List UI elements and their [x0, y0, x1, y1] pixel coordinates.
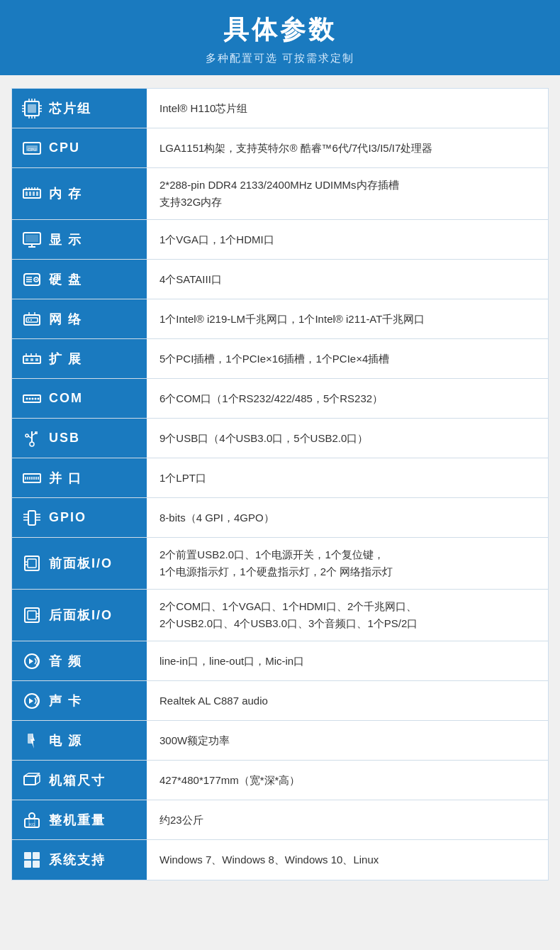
svg-rect-58 — [35, 431, 38, 434]
svg-rect-30 — [26, 235, 38, 242]
spec-row-com: COM6个COM口（1个RS232/422/485，5个RS232） — [12, 379, 548, 419]
spec-name-expansion: 扩 展 — [49, 350, 82, 368]
spec-value-soundcard: Realtek AL C887 audio — [147, 681, 548, 720]
cpu-icon: CPU — [21, 138, 43, 158]
spec-row-usb: USB9个USB口（4个USB3.0口，5个USB2.0口） — [12, 419, 548, 458]
spec-label-gpio: GPIO — [12, 498, 147, 537]
spec-value-network: 1个Intel® i219-LM千兆网口，1个Intel® i211-AT千兆网… — [147, 299, 548, 338]
memory-icon — [21, 184, 43, 204]
spec-label-weight: KG 整机重量 — [12, 800, 147, 839]
soundcard-icon — [21, 691, 43, 711]
spec-value-cpu: LGA1151构架，支持英特尔® 酷睿™6代/7代I3/I5/I7处理器 — [147, 128, 548, 167]
spec-value-gpio: 8-bits（4 GPI，4GPO） — [147, 498, 548, 537]
spec-label-network: 网 络 — [12, 299, 147, 338]
display-icon — [21, 230, 43, 250]
svg-rect-20 — [33, 192, 35, 196]
spec-name-os: 系统支持 — [49, 851, 106, 868]
spec-name-memory: 内 存 — [49, 185, 82, 202]
svg-text:CPU: CPU — [28, 148, 37, 152]
spec-name-cpu: CPU — [49, 140, 80, 155]
page-title: 具体参数 — [7, 13, 553, 48]
spec-row-parallel: 并 口1个LPT口 — [12, 458, 548, 498]
svg-rect-1 — [28, 104, 36, 113]
svg-rect-21 — [36, 192, 38, 196]
os-icon — [21, 850, 43, 870]
spec-value-memory: 2*288-pin DDR4 2133/2400MHz UDIMMs内存插槽支持… — [147, 168, 548, 219]
spec-value-com: 6个COM口（1个RS232/422/485，5个RS232） — [147, 379, 548, 418]
gpio-icon — [21, 508, 43, 528]
svg-rect-70 — [28, 511, 35, 525]
svg-point-99 — [29, 813, 35, 819]
spec-value-audio: line-in口，line-out口，Mic-in口 — [147, 641, 548, 680]
svg-point-54 — [35, 397, 37, 399]
spec-label-memory: 内 存 — [12, 168, 147, 219]
spec-value-expansion: 5个PCI插槽，1个PCIe×16插槽，1个PCIe×4插槽 — [147, 339, 548, 378]
spec-row-memory: 内 存2*288-pin DDR4 2133/2400MHz UDIMMs内存插… — [12, 168, 548, 220]
spec-row-expansion: 扩 展5个PCI插槽，1个PCIe×16插槽，1个PCIe×4插槽 — [12, 339, 548, 379]
spec-name-chipset: 芯片组 — [49, 100, 91, 117]
spec-value-rear-panel: 2个COM口、1个VGA口、1个HDMI口、2个千兆网口、2个USB2.0口、4… — [147, 590, 548, 641]
front-panel-icon — [21, 553, 43, 573]
spec-label-rear-panel: 后面板I/O — [12, 590, 147, 641]
spec-value-power: 300W额定功率 — [147, 721, 548, 760]
svg-point-41 — [28, 319, 29, 321]
spec-name-gpio: GPIO — [49, 510, 86, 525]
svg-rect-82 — [28, 611, 36, 619]
spec-name-front-panel: 前面板I/O — [49, 555, 113, 572]
parallel-icon — [21, 468, 43, 488]
svg-rect-19 — [29, 192, 31, 196]
audio-icon — [21, 651, 43, 671]
harddisk-icon — [21, 270, 43, 289]
spec-label-audio: 音 频 — [12, 641, 147, 680]
spec-label-harddisk: 硬 盘 — [12, 260, 147, 299]
spec-row-chipset: 芯片组Intel® H110芯片组 — [12, 89, 548, 128]
spec-row-dimension: 机箱尺寸427*480*177mm（宽*深*高） — [12, 761, 548, 800]
power-icon — [21, 731, 43, 751]
spec-value-weight: 约23公斤 — [147, 800, 548, 839]
spec-label-chipset: 芯片组 — [12, 89, 147, 128]
svg-point-42 — [30, 319, 32, 321]
spec-value-display: 1个VGA口，1个HDMI口 — [147, 220, 548, 259]
spec-row-network: 网 络1个Intel® i219-LM千兆网口，1个Intel® i211-AT… — [12, 299, 548, 339]
spec-label-cpu: CPU CPU — [12, 128, 147, 167]
spec-name-soundcard: 声 卡 — [49, 692, 82, 709]
spec-label-display: 显 示 — [12, 220, 147, 259]
spec-value-front-panel: 2个前置USB2.0口、1个电源开关，1个复位键，1个电源指示灯，1个硬盘指示灯… — [147, 538, 548, 589]
svg-point-51 — [26, 397, 28, 399]
spec-value-parallel: 1个LPT口 — [147, 458, 548, 497]
spec-row-power: 电 源300W额定功率 — [12, 721, 548, 761]
spec-label-power: 电 源 — [12, 721, 147, 760]
chipset-icon — [21, 99, 43, 118]
svg-point-52 — [29, 397, 31, 399]
spec-name-parallel: 并 口 — [49, 470, 82, 487]
spec-value-os: Windows 7、Windows 8、Windows 10、Linux — [147, 840, 548, 880]
svg-rect-77 — [25, 556, 39, 570]
spec-row-soundcard: 声 卡Realtek AL C887 audio — [12, 681, 548, 721]
spec-row-gpio: GPIO8-bits（4 GPI，4GPO） — [12, 498, 548, 538]
spec-label-front-panel: 前面板I/O — [12, 538, 147, 589]
page-header: 具体参数 多种配置可选 可按需求定制 — [0, 0, 560, 75]
spec-name-network: 网 络 — [49, 311, 82, 328]
spec-name-rear-panel: 后面板I/O — [49, 607, 113, 624]
svg-rect-103 — [24, 852, 31, 859]
spec-label-dimension: 机箱尺寸 — [12, 761, 147, 800]
spec-value-chipset: Intel® H110芯片组 — [147, 89, 548, 128]
spec-row-audio: 音 频line-in口，line-out口，Mic-in口 — [12, 641, 548, 681]
expansion-icon — [21, 349, 43, 369]
svg-marker-86 — [29, 658, 33, 664]
spec-label-usb: USB — [12, 419, 147, 458]
spec-name-weight: 整机重量 — [49, 812, 106, 829]
spec-label-os: 系统支持 — [12, 840, 147, 880]
spec-label-parallel: 并 口 — [12, 458, 147, 497]
weight-icon: KG — [21, 810, 43, 830]
com-icon — [21, 389, 43, 409]
svg-rect-81 — [25, 608, 39, 622]
svg-rect-106 — [33, 861, 40, 868]
svg-rect-91 — [24, 776, 35, 785]
svg-point-60 — [26, 434, 28, 437]
spec-label-soundcard: 声 卡 — [12, 681, 147, 720]
svg-point-33 — [35, 279, 37, 280]
spec-name-harddisk: 硬 盘 — [49, 271, 82, 288]
spec-table: 芯片组Intel® H110芯片组 CPU CPULGA1151构架，支持英特尔… — [11, 88, 549, 880]
spec-value-usb: 9个USB口（4个USB3.0口，5个USB2.0口） — [147, 419, 548, 458]
